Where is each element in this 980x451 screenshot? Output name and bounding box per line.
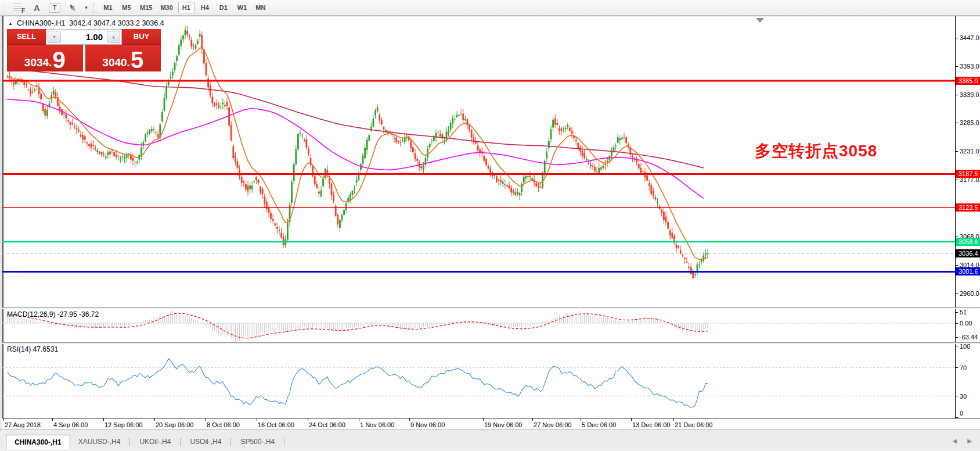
axis-tick: [956, 367, 958, 368]
axis-tick: [956, 312, 958, 313]
time-tick: [257, 418, 257, 421]
timeframe-button-h4[interactable]: H4: [197, 2, 213, 13]
macd-chart[interactable]: [2, 309, 955, 342]
chart-tab-usoil-h4[interactable]: USOil-,H4: [182, 435, 229, 449]
tab-separator: [284, 438, 284, 446]
timeframe-toolbar: M1M5M15M30H1H4D1W1MN: [99, 2, 270, 13]
price-badge: 3365.0: [956, 77, 980, 85]
timeframe-button-m15[interactable]: M15: [137, 2, 155, 13]
axis-label: 0: [960, 410, 963, 417]
panel-splitter[interactable]: [2, 307, 980, 309]
time-tick: [409, 418, 410, 421]
arrows-tool-icon[interactable]: [64, 2, 80, 14]
time-label: 12 Sep 06:00: [105, 421, 142, 428]
axis-tick: [956, 337, 958, 338]
time-axis-line: [2, 418, 980, 418]
axis-label: 51: [960, 309, 967, 316]
sell-price-main: 3034.: [24, 56, 52, 70]
volume-increase-button[interactable]: ▲: [107, 31, 120, 43]
timeframe-button-m1[interactable]: M1: [100, 2, 116, 13]
time-label: 27 Nov 06:00: [534, 421, 571, 428]
macd-indicator-panel: MACD(12,26,9) -27.95 -36.72: [2, 309, 955, 342]
tab-separator: [129, 438, 130, 446]
volume-decrease-button[interactable]: ▼: [48, 31, 61, 43]
price-badge: 3058.6: [956, 238, 980, 246]
time-tick: [206, 418, 206, 421]
buy-price-display[interactable]: 3040. 5: [85, 45, 161, 71]
time-label: 13 Dec 06:00: [632, 421, 670, 428]
axis-tick: [956, 346, 958, 346]
chart-tab-bar: CHINA300-,H1XAUUSD-,H4UKOil-,H4USOil-,H4…: [0, 429, 980, 449]
tab-scroll-right-icon[interactable]: ▶: [967, 438, 972, 444]
axis-tick: [956, 396, 958, 396]
buy-button[interactable]: BUY: [122, 29, 161, 45]
axis-tick: [956, 38, 958, 38]
timeframe-button-m5[interactable]: M5: [118, 2, 135, 13]
axis-tick: [956, 180, 958, 180]
dropdown-caret-icon[interactable]: ▼: [82, 2, 90, 14]
time-label: 8 Oct 06:00: [207, 421, 240, 428]
timeframe-button-m30[interactable]: M30: [157, 2, 175, 13]
volume-input[interactable]: [62, 30, 106, 44]
timeframe-button-h1[interactable]: H1: [178, 2, 194, 13]
time-tick: [308, 418, 308, 421]
chart-tab-xauusd-h4[interactable]: XAUUSD-,H4: [70, 435, 129, 449]
fibonacci-tool-icon[interactable]: F: [11, 2, 27, 14]
rsi-label: RSI(14) 47.6531: [7, 345, 58, 353]
chart-tabs: CHINA300-,H1XAUUSD-,H4UKOil-,H4USOil-,H4…: [6, 435, 286, 449]
time-label: 5 Dec 06:00: [582, 421, 616, 428]
axis-tick: [956, 237, 958, 237]
time-tick: [532, 418, 533, 421]
time-tick: [103, 418, 104, 421]
chart-shift-marker-icon[interactable]: [756, 18, 764, 23]
price-badge: 3123.5: [956, 203, 980, 212]
price-axis: 3447.03393.03339.03285.03231.03177.03068…: [955, 16, 980, 418]
axis-label: 3285.0: [960, 119, 979, 126]
axis-tick: [956, 151, 958, 152]
toolbar-group-separator: [93, 2, 94, 13]
chart-tab-ukoil-h4[interactable]: UKOil-,H4: [131, 435, 179, 449]
time-tick: [52, 418, 53, 421]
tab-scroll-left-icon[interactable]: ◀: [953, 438, 957, 444]
tab-separator: [230, 438, 231, 446]
collapse-arrow-icon[interactable]: ▲: [8, 21, 13, 26]
time-label: 9 Nov 06:00: [410, 421, 445, 428]
time-label: 27 Aug 2018: [5, 421, 41, 428]
axis-tick: [956, 66, 958, 67]
panel-splitter[interactable]: [2, 342, 980, 344]
symbol-timeframe-label: CHINA300-,H1: [17, 19, 65, 27]
tab-separator: [180, 438, 181, 446]
buy-price-main: 3040.: [102, 56, 130, 70]
timeframe-button-mn[interactable]: MN: [253, 2, 269, 13]
price-badge: 3001.6: [956, 267, 980, 275]
axis-label: 3231.0: [960, 148, 979, 155]
price-badge: 3187.5: [956, 170, 980, 178]
chart-window: ▲ CHINA300-,H1 3042.4 3047.4 3033.2 3036…: [0, 16, 980, 429]
time-label: 1 Nov 06:00: [360, 421, 394, 428]
one-click-trading-widget: SELL ▼ ▲ BUY 3034. 9 3040. 5: [7, 29, 161, 71]
time-label: 4 Sep 06:00: [53, 421, 88, 428]
chart-text-annotation[interactable]: 多空转折点3058: [755, 140, 877, 162]
axis-tick: [956, 323, 958, 324]
rsi-chart[interactable]: [2, 344, 955, 418]
timeframe-button-w1[interactable]: W1: [234, 2, 250, 13]
time-tick: [631, 418, 632, 421]
time-tick: [483, 418, 484, 421]
sell-price-display[interactable]: 3034. 9: [7, 45, 83, 71]
chart-tab-sp500-h4[interactable]: SP500-,H4: [232, 435, 283, 449]
timeframe-button-d1[interactable]: D1: [215, 2, 232, 13]
axis-tick: [956, 123, 958, 123]
chart-tab-china300-h1[interactable]: CHINA300-,H1: [6, 435, 70, 449]
rsi-indicator-panel: RSI(14) 47.6531: [2, 344, 955, 418]
axis-tick: [956, 293, 958, 294]
text-label-tool-icon[interactable]: T: [49, 3, 60, 13]
top-toolbar: FAT▼ M1M5M15M30H1H4D1W1MN: [0, 0, 980, 16]
sell-button[interactable]: SELL: [7, 29, 46, 45]
axis-label: 70: [960, 364, 967, 371]
axis-tick: [956, 265, 958, 266]
buy-price-pips: 5: [131, 51, 143, 70]
axis-label: 0.00: [960, 320, 972, 327]
time-tick: [359, 418, 359, 421]
time-tick: [581, 418, 581, 421]
text-annotation-tool-icon[interactable]: A: [29, 2, 45, 14]
